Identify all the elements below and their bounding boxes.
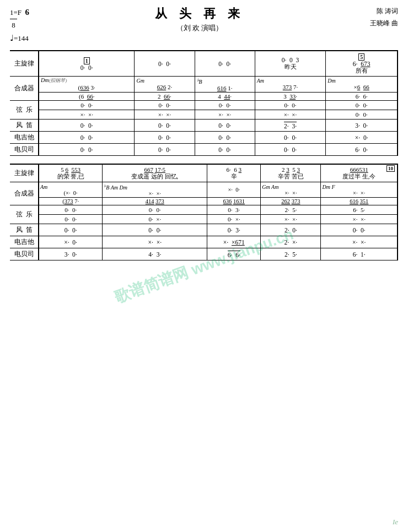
section-2: 主旋律 5 6 553 的荣 誉,已 667 17·5 变成遥 远的 回忆, 6… <box>10 164 398 260</box>
performer: （刘 欢 演唱） <box>29 23 370 33</box>
strings-row-upper: 弦 乐 0· 0· 0· 0· 0· 0· 0· 0· 0· 0· <box>10 101 398 110</box>
note: 6· 673 <box>353 61 371 67</box>
chord: Am <box>257 78 324 84</box>
section-1: 主旋律 1 0· 0· 0· 0· 0· 0· 0· 0 3 昨天 5 <box>10 50 398 156</box>
lyric: 变成遥 远的 回忆, <box>104 173 206 181</box>
lyric: 辛苦 苦已 <box>262 173 319 181</box>
m1-melody-2: 5 6 553 的荣 誉,已 <box>39 164 103 182</box>
m3-melody-2: 6· 6 3 辛 <box>207 164 261 182</box>
s3-lower: 4 44· <box>195 93 255 101</box>
m2-melody: 0· 0· <box>135 51 195 77</box>
lyric: 辛 <box>208 173 259 181</box>
m1-melody: 1 0· 0· <box>39 51 135 77</box>
key-signature: 1=F 6 8 <box>10 6 29 31</box>
song-title: 从 头 再 来 <box>29 6 370 22</box>
label-bass: 电贝司 <box>10 144 39 156</box>
synth2-upper: 合成器 Am (×· 0· ♭B Am Dm ×· ×· ×· 0· Gm Am… <box>10 182 398 198</box>
note: 0· 0· <box>158 61 171 67</box>
s2-lower: 2 66· <box>135 93 195 101</box>
note: 0· 0 3 <box>282 57 299 63</box>
header-left: 1=F 6 8 ♩=144 <box>10 6 29 47</box>
lyric: 的荣 誉,已 <box>40 173 101 181</box>
m5-melody: 5 6· 673 所有 <box>326 51 398 77</box>
label-synth: 合成器 <box>10 76 39 100</box>
label-guitar: 电吉他 <box>10 132 39 144</box>
label-strings: 弦 乐 <box>10 101 39 120</box>
bass-row-2: 电贝司 3· 0· 4· 3· 6· 6· 2· 5· 6· 1· <box>10 248 398 260</box>
label-guitar-2: 电吉他 <box>10 236 39 248</box>
label-strings-2: 弦 乐 <box>10 205 39 224</box>
lyricist: 陈 涛词 <box>370 6 398 18</box>
m5-melody-2: 10 666531 度过半 生,今 <box>321 164 398 182</box>
melody-row-1: 主旋律 1 0· 0· 0· 0· 0· 0· 0· 0 3 昨天 5 <box>10 51 398 77</box>
flute-row-2: 风 笛 0· 0· 0· 0· 0· 3· 2· 0· 0· 0· <box>10 224 398 236</box>
page: 歌谱简谱网 www.jianpu.cn 1=F 6 8 ♩=144 从 头 再 … <box>0 0 408 532</box>
chord: Gm <box>136 78 192 84</box>
lyric: 昨天 <box>257 63 324 71</box>
label-synth-2: 合成器 <box>10 182 39 205</box>
s4-upper: Am 373 7· <box>255 76 326 92</box>
melody-row-2: 主旋律 5 6 553 的荣 誉,已 667 17·5 变成遥 远的 回忆, 6… <box>10 164 398 182</box>
s5-upper: Dm ×6 66 <box>326 76 398 92</box>
s5-lower: 6· 6· <box>326 93 398 101</box>
bottom-watermark: Ie <box>393 518 398 526</box>
composer: 王晓峰 曲 <box>370 18 398 30</box>
title-block: 从 头 再 来 （刘 欢 演唱） <box>29 6 370 33</box>
label-bass-2: 电贝司 <box>10 248 39 260</box>
s4-lower: 3 33· <box>255 93 326 101</box>
rehearsal-10: 10 <box>386 165 395 172</box>
label-flute-2: 风 笛 <box>10 224 39 236</box>
note: 0· 0· <box>80 64 93 71</box>
s2-upper: Gm 626 2· <box>135 76 195 92</box>
m4-melody: 0· 0 3 昨天 <box>255 51 326 77</box>
chord: Dm <box>328 78 395 84</box>
m2-melody-2: 667 17·5 变成遥 远的 回忆, <box>103 164 207 182</box>
strings2-lower: 0· 0· 0· ×· 0· ×· ×· ×· ×· ×· <box>10 215 398 224</box>
synth-row-lower: (6 66· 2 66· 4 44· 3 33· 6· 6· <box>10 93 398 101</box>
bass-row: 电贝司 0· 0· 0· 0· 0· 0· 0· 0· 6· 0· <box>10 144 398 156</box>
lyric: 所有 <box>328 67 395 75</box>
credits: 陈 涛词 王晓峰 曲 <box>370 6 398 29</box>
strings2-upper: 弦 乐 0· 0· 0· 0· 0· 3· 2· 5· 6· 5· <box>10 205 398 215</box>
label-melody: 主旋律 <box>10 51 39 77</box>
note: 0· 0· <box>218 61 231 67</box>
chord: ♭B <box>197 77 253 85</box>
label-melody-2: 主旋律 <box>10 164 39 182</box>
tempo: ♩=144 <box>10 31 29 45</box>
rehearsal-5: 5 <box>358 53 364 61</box>
strings-row-lower: ×· ×· ×· ×· ×· ×· ×· ×· 0· 0· <box>10 110 398 120</box>
guitar-row-2: 电吉他 ×· 0· ×· ×· ×· ×671 2· ×· ×· ×· <box>10 236 398 248</box>
synth-row: 合成器 Dm(拟钢琴) (636 3· Gm 626 2· ♭B 616 1· … <box>10 76 398 92</box>
m4-melody-2: 2 3 5 3 辛苦 苦已 <box>261 164 321 182</box>
synth2-lower: (373 7· 414 373 636 1631 262 373 616 351 <box>10 198 398 205</box>
s3-upper: ♭B 616 1· <box>195 76 255 92</box>
s1-upper: Dm(拟钢琴) (636 3· <box>39 76 135 92</box>
header: 1=F 6 8 ♩=144 从 头 再 来 （刘 欢 演唱） 陈 涛词 王晓峰 … <box>10 6 398 47</box>
chord: Dm(拟钢琴) <box>41 77 132 84</box>
s1-lower: (6 66· <box>39 93 135 101</box>
rehearsal-1: 1 <box>84 57 90 64</box>
label-flute: 风 笛 <box>10 120 39 132</box>
lyric: 度过半 生,今 <box>322 173 396 181</box>
flute-row: 风 笛 0· 0· 0· 0· 0· 0· 2· 3· 3· 0· <box>10 120 398 132</box>
m3-melody: 0· 0· <box>195 51 255 77</box>
guitar-row: 电吉他 0· 0· 0· 0· 0· 0· 0· 0· ×· 0· <box>10 132 398 144</box>
